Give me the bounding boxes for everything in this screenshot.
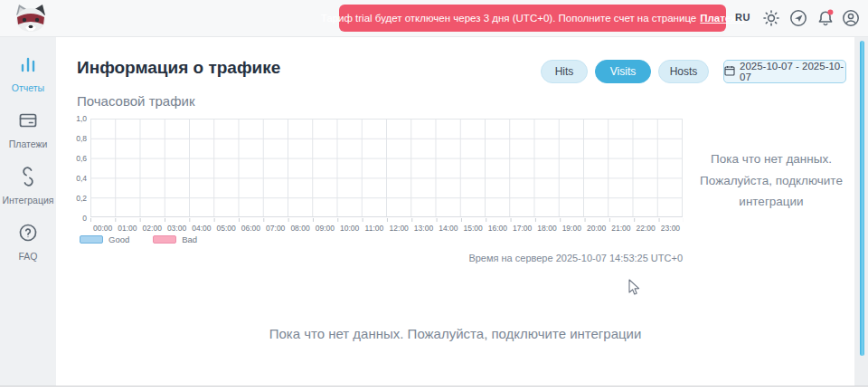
app-page: Тариф trial будет отключен через 3 дня (… (0, 0, 868, 392)
bar-chart-icon (17, 53, 39, 79)
x-tick: 09:00 (313, 224, 337, 233)
notification-dot (827, 10, 833, 15)
x-tick: 08:00 (288, 224, 312, 233)
sidebar-item-reports[interactable]: Отчеты (0, 53, 56, 93)
chart-legend: Good Bad (80, 234, 197, 244)
y-tick: 0,4 (76, 174, 87, 183)
x-tick: 05:00 (213, 224, 238, 233)
x-tick: 14:00 (436, 224, 460, 233)
y-tick: 0,6 (76, 154, 87, 163)
send-icon[interactable] (788, 8, 808, 28)
x-tick: 11:00 (362, 224, 386, 233)
top-header: Тариф trial будет отключен через 3 дня (… (0, 0, 868, 37)
y-tick: 0,8 (76, 134, 87, 143)
profile-icon[interactable] (841, 8, 861, 28)
date-range-picker[interactable]: 2025-10-07 - 2025-10-07 (723, 60, 846, 83)
trial-warning-banner: Тариф trial будет отключен через 3 дня (… (339, 5, 726, 32)
x-tick: 17:00 (510, 224, 534, 233)
x-tick: 12:00 (387, 224, 411, 233)
x-tick: 18:00 (534, 224, 559, 233)
chart-title: Почасовой трафик (77, 93, 195, 109)
empty-data-side-message: Пока что нет данных. Пожалуйста, подключ… (685, 148, 857, 213)
y-axis-labels: 1,0 0,8 0,6 0,4 0,2 0 (63, 119, 87, 218)
app-logo-raccoon-icon[interactable] (13, 3, 49, 34)
y-tick: 0 (82, 214, 87, 223)
x-tick: 20:00 (584, 224, 609, 233)
empty-data-bottom-message: Пока что нет данных. Пожалуйста, подключ… (56, 326, 854, 341)
x-tick: 01:00 (115, 224, 139, 233)
integration-icon (17, 166, 39, 191)
sidebar-item-payments[interactable]: Платежи (0, 110, 56, 149)
tab-hosts[interactable]: Hosts (658, 60, 709, 83)
sidebar-nav: Отчеты Платежи Интеграция (0, 37, 56, 386)
x-tick: 10:00 (337, 224, 362, 233)
legend-bad-label: Bad (182, 234, 197, 244)
server-time: Время на сервере 2025-10-07 14:53:25 UTC… (411, 253, 683, 263)
x-tick: 00:00 (90, 224, 115, 233)
page-title: Информация о трафике (77, 58, 280, 78)
x-tick: 06:00 (239, 224, 263, 233)
sidebar-item-faq[interactable]: FAQ (0, 222, 56, 262)
question-icon (17, 222, 39, 247)
hourly-traffic-chart[interactable] (90, 119, 683, 217)
x-tick: 22:00 (634, 224, 658, 233)
sidebar-item-label: FAQ (18, 251, 37, 262)
tab-visits[interactable]: Visits (595, 60, 651, 83)
language-selector[interactable]: RU (735, 12, 750, 23)
x-tick: 13:00 (411, 224, 436, 233)
bottom-strip (0, 387, 868, 392)
x-tick: 23:00 (658, 224, 683, 233)
date-range-value: 2025-10-07 - 2025-10-07 (740, 61, 845, 82)
theme-sun-icon[interactable] (761, 8, 781, 28)
sidebar-item-label: Интеграция (3, 195, 54, 206)
card-icon (17, 110, 39, 135)
notifications-bell-icon[interactable] (816, 8, 835, 28)
x-tick: 15:00 (460, 224, 485, 233)
banner-text: Тариф trial будет отключен через 3 дня (… (321, 13, 697, 24)
x-tick: 02:00 (140, 224, 165, 233)
x-tick: 21:00 (609, 224, 633, 233)
x-tick: 19:00 (560, 224, 584, 233)
legend-bad-swatch (153, 235, 176, 244)
y-tick: 0,2 (76, 194, 87, 203)
mouse-cursor (627, 279, 640, 297)
sidebar-item-integration[interactable]: Интеграция (0, 166, 56, 206)
y-tick: 1,0 (76, 114, 87, 123)
x-tick: 03:00 (165, 224, 189, 233)
calendar-icon (724, 65, 735, 78)
x-tick: 16:00 (486, 224, 510, 233)
sidebar-item-label: Отчеты (12, 82, 44, 93)
x-tick: 07:00 (263, 224, 288, 233)
sidebar-item-label: Платежи (9, 139, 48, 149)
legend-good-swatch (80, 235, 103, 244)
x-tick: 04:00 (189, 224, 213, 233)
x-axis-ticks (90, 218, 684, 222)
vertical-scrollbar[interactable] (860, 41, 864, 356)
tab-hits[interactable]: Hits (541, 60, 588, 83)
legend-good-label: Good (108, 234, 129, 244)
x-axis-labels: 00:00 01:00 02:00 03:00 04:00 05:00 06:0… (90, 224, 683, 233)
